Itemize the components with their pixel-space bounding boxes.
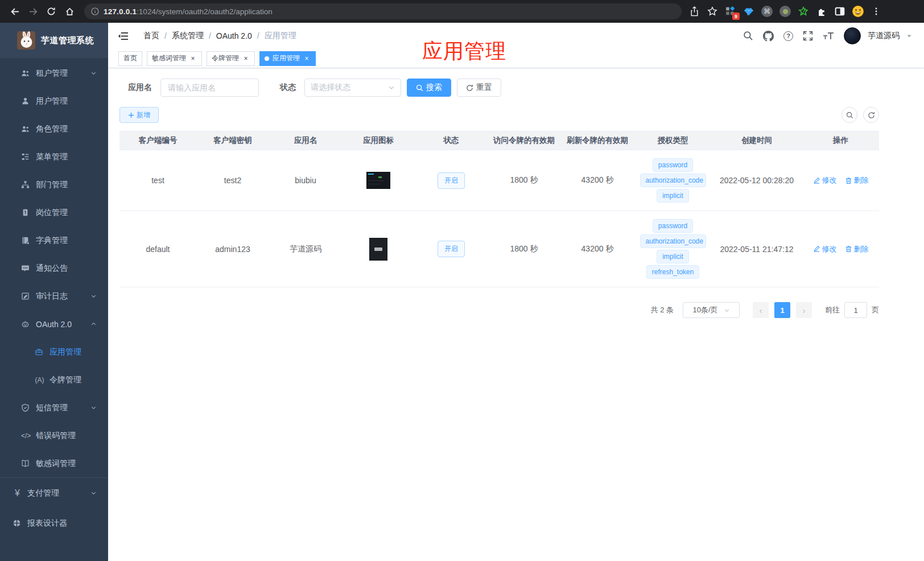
user-menu-caret-icon[interactable] <box>906 32 913 39</box>
share-icon[interactable] <box>686 3 702 19</box>
browser-home-icon[interactable] <box>61 3 78 20</box>
sidebar-item-payment[interactable]: ¥ 支付管理 <box>0 478 108 508</box>
browser-reload-icon[interactable] <box>43 3 60 20</box>
reset-button[interactable]: 重置 <box>457 79 501 97</box>
help-icon[interactable]: ? <box>783 31 793 41</box>
applications-table: 客户端编号 客户端密钥 应用名 应用图标 状态 访问令牌的有效期 刷新令牌的有效… <box>119 131 879 287</box>
extension-star-icon[interactable] <box>795 3 811 19</box>
sidebar-item-sensitive-word[interactable]: 敏感词管理 <box>0 449 108 477</box>
browser-menu-icon[interactable] <box>868 3 884 19</box>
bookmark-star-icon[interactable] <box>704 3 720 19</box>
delete-button[interactable]: 删除 <box>845 175 869 185</box>
breadcrumb-oauth2[interactable]: OAuth 2.0 <box>216 31 252 40</box>
cell-client-id: test <box>119 176 196 185</box>
tab-application-active[interactable]: 应用管理× <box>259 51 316 66</box>
extension-badge-count: 9 <box>732 13 740 20</box>
message-icon <box>21 264 30 273</box>
delete-button[interactable]: 删除 <box>845 244 869 254</box>
search-button[interactable]: 搜索 <box>407 79 451 97</box>
tab-token[interactable]: 令牌管理× <box>207 51 255 66</box>
user-avatar[interactable] <box>844 27 861 44</box>
add-button[interactable]: 新增 <box>119 107 159 123</box>
sidebar-item-dept[interactable]: 部门管理 <box>0 171 108 199</box>
sidebar-item-oauth2-token[interactable]: (A) 令牌管理 <box>0 366 108 394</box>
grant-type-tags: password authorization_code implicit ref… <box>634 219 711 279</box>
browser-forward-icon[interactable] <box>24 3 42 20</box>
status-enabled-button[interactable]: 开启 <box>438 172 465 189</box>
header-search-icon[interactable] <box>743 31 753 41</box>
font-size-icon[interactable] <box>823 31 834 40</box>
next-page-button[interactable]: › <box>796 302 812 318</box>
site-info-icon[interactable] <box>91 7 99 15</box>
search-icon <box>846 112 853 119</box>
sidebar-item-sms[interactable]: 短信管理 <box>0 394 108 422</box>
sidebar-item-post[interactable]: 岗位管理 <box>0 199 108 226</box>
extension-gem-icon[interactable] <box>741 3 757 19</box>
status-label: 状态 <box>280 82 296 93</box>
grant-type-tag: refresh_token <box>646 265 699 279</box>
table-toolbar: 新增 <box>119 107 879 123</box>
sidebar-item-tenant[interactable]: 租户管理 <box>0 59 108 87</box>
close-tab-icon[interactable]: × <box>189 55 197 63</box>
page-size-select[interactable]: 10条/页 <box>683 302 740 318</box>
edit-button[interactable]: 修改 <box>813 175 837 185</box>
fullscreen-icon[interactable] <box>803 31 813 41</box>
user-icon <box>21 97 30 105</box>
extensions-puzzle-icon[interactable] <box>814 3 830 19</box>
pagination: 共 2 条 10条/页 ‹ 1 › 前往 页 <box>119 302 879 318</box>
sidebar-item-report-designer[interactable]: 报表设计器 <box>0 508 108 538</box>
select-caret-icon <box>388 84 395 91</box>
sidebar-item-oauth2[interactable]: OAuth 2.0 <box>0 310 108 338</box>
edit-button[interactable]: 修改 <box>813 244 837 254</box>
grant-type-tag: password <box>653 158 693 172</box>
extension-command-icon[interactable]: ⌘ <box>759 3 775 19</box>
app-name-input[interactable] <box>160 79 259 97</box>
app-logo[interactable]: 芋道管理系统 <box>0 23 108 58</box>
split-view-icon[interactable] <box>832 3 848 19</box>
sidebar-item-oauth2-application[interactable]: 应用管理 <box>0 338 108 366</box>
sidebar-item-dict[interactable]: 字典管理 <box>0 226 108 254</box>
sidebar-item-audit-log[interactable]: 审计日志 <box>0 282 108 310</box>
close-tab-icon[interactable]: × <box>303 55 311 63</box>
pie-segments-icon <box>13 519 21 527</box>
open-book-icon <box>21 459 30 468</box>
close-tab-icon[interactable]: × <box>242 55 250 63</box>
sidebar-collapse-icon[interactable] <box>118 31 129 41</box>
chevron-down-icon <box>90 293 97 299</box>
sidebar-item-user[interactable]: 用户管理 <box>0 87 108 115</box>
sidebar-item-notice[interactable]: 通知公告 <box>0 254 108 282</box>
breadcrumb-system[interactable]: 系统管理 <box>172 31 204 41</box>
address-bar[interactable]: 127.0.0.1:1024/system/oauth2/oauth2/appl… <box>84 3 682 19</box>
browser-back-icon[interactable] <box>6 3 23 20</box>
robot-icon <box>21 320 30 328</box>
sidebar-menu: 租户管理 用户管理 角色管理 菜单管理 部门管理 岗位管理 <box>0 58 108 561</box>
cell-app-name: 芋道源码 <box>269 244 342 254</box>
url-host: 127.0.0.1 <box>104 7 137 16</box>
breadcrumb-home[interactable]: 首页 <box>143 31 159 41</box>
sidebar-item-menu[interactable]: 菜单管理 <box>0 143 108 171</box>
tab-home[interactable]: 首页 <box>118 51 142 66</box>
profile-emoji-avatar[interactable] <box>850 3 866 19</box>
cell-created-at: 2022-05-11 21:47:12 <box>711 245 802 254</box>
plus-icon <box>128 112 134 118</box>
extension-tabs-badge-icon[interactable]: 9 <box>723 3 739 19</box>
app-icon-image <box>366 172 390 189</box>
extension-record-icon[interactable] <box>777 3 793 19</box>
chevron-down-icon <box>90 405 97 411</box>
command-glyph: ⌘ <box>764 7 770 15</box>
goto-page-input[interactable] <box>844 302 867 318</box>
status-enabled-button[interactable]: 开启 <box>438 241 465 257</box>
current-page-button[interactable]: 1 <box>774 302 790 318</box>
grant-type-tag: implicit <box>657 189 689 203</box>
sidebar-item-error-code[interactable]: </> 错误码管理 <box>0 422 108 449</box>
toggle-search-button[interactable] <box>842 107 857 123</box>
goto-label: 前往 <box>825 305 840 315</box>
refresh-table-button[interactable] <box>863 107 879 123</box>
cell-access-ttl: 1800 秒 <box>488 244 560 254</box>
tab-sensitive-word[interactable]: 敏感词管理× <box>147 51 202 66</box>
prev-page-button[interactable]: ‹ <box>753 302 769 318</box>
username[interactable]: 芋道源码 <box>868 31 900 41</box>
sidebar-item-role[interactable]: 角色管理 <box>0 115 108 143</box>
github-icon[interactable] <box>763 31 774 42</box>
status-select[interactable]: 请选择状态 <box>304 79 401 97</box>
